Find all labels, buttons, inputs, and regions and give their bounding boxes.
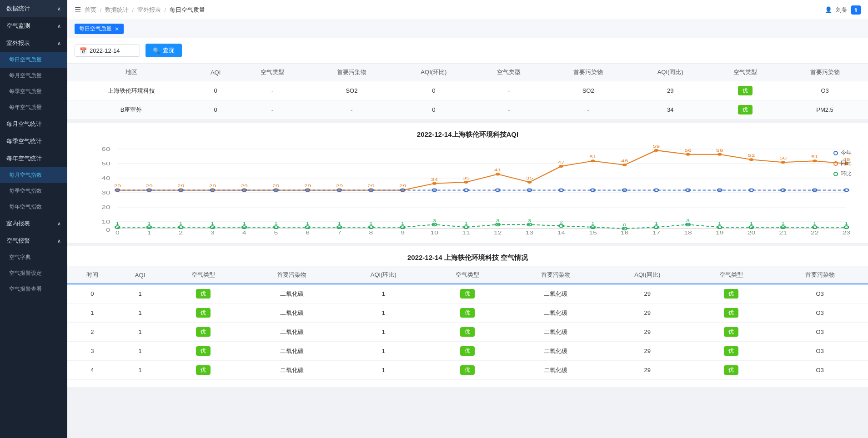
svg-text:56: 56 (684, 148, 692, 153)
sidebar-monthly-stats-label: 每月空气统计 (6, 120, 42, 128)
air-cell-aqi: 1 (117, 304, 163, 323)
sidebar-item-monthly-index[interactable]: 每月空气指数 (0, 167, 67, 183)
sidebar-section-air-alarm[interactable]: 空气报警 ∧ (0, 232, 67, 249)
air-cell-type1: 优 (163, 284, 244, 304)
sidebar-alarm-toggle: ∧ (57, 238, 61, 244)
sidebar-item-monthly-air[interactable]: 每月空气质量 (0, 68, 67, 84)
air-cell-type1: 优 (163, 323, 244, 342)
air-cell-p3: O3 (772, 323, 868, 342)
table-row: 上海轶伦环境科技 0 - SO2 0 - SO2 29 优 O3 (67, 81, 868, 100)
svg-text:29: 29 (177, 184, 185, 189)
svg-text:29: 29 (114, 184, 121, 189)
sidebar-item-seasonal-index[interactable]: 每季空气指数 (0, 183, 67, 199)
air-col-aqi: AQI (117, 266, 163, 284)
sidebar-section-yearly-stats[interactable]: 每年空气统计 (0, 150, 67, 167)
svg-point-76 (559, 189, 563, 191)
date-input[interactable] (90, 47, 135, 54)
tab-close-icon[interactable]: ✕ (115, 26, 119, 32)
sidebar-item-alarm-settings[interactable]: 空气报警设定 (0, 265, 67, 281)
air-cell-p3: O3 (772, 304, 868, 323)
tab-daily-air[interactable]: 每日空气质量 ✕ (75, 24, 124, 34)
menu-icon[interactable]: ☰ (75, 5, 81, 14)
svg-text:35: 35 (526, 176, 533, 181)
air-cell-aqi-tb: 29 (604, 284, 691, 304)
cell-aqi: 0 (195, 81, 236, 100)
sidebar-item-daily-air[interactable]: 每日空气质量 (0, 52, 67, 68)
breadcrumb-outdoor-report[interactable]: 室外报表 (137, 6, 161, 13)
topbar: ☰ 首页 / 数据统计 / 室外报表 / 每日空气质量 👤 刘备 fi (67, 0, 868, 20)
cell-pollutant2: - (545, 100, 632, 119)
cell-type1: - (236, 81, 308, 100)
sidebar-toggle-icon: ∧ (57, 6, 61, 12)
air-cell-aqi-hb: 1 (340, 323, 427, 342)
legend-huanbi-dot (833, 172, 838, 176)
air-cell-type2: 优 (427, 284, 508, 304)
svg-text:29: 29 (304, 184, 311, 189)
date-picker-wrapper[interactable]: 📅 (75, 45, 140, 57)
air-cell-type2: 优 (427, 304, 508, 323)
sidebar-item-yearly-air[interactable]: 每年空气质量 (0, 100, 67, 115)
svg-text:1: 1 (369, 221, 373, 226)
air-cell-type1: 优 (163, 361, 244, 380)
svg-point-102 (369, 226, 373, 229)
svg-text:1: 1 (718, 221, 722, 226)
sidebar-item-air-dict[interactable]: 空气字典 (0, 249, 67, 265)
svg-text:50: 50 (779, 156, 787, 161)
sidebar-item-seasonal-air[interactable]: 每季空气质量 (0, 84, 67, 100)
col-aqi-tb: AQI(同比) (632, 64, 709, 81)
svg-text:20: 20 (101, 204, 110, 210)
air-cell-aqi: 1 (117, 342, 163, 361)
svg-text:3: 3 (432, 219, 436, 224)
sidebar-section-air-monitor[interactable]: 空气监测 ∧ (0, 17, 67, 35)
svg-point-54 (749, 158, 753, 161)
cell-aqi-hb: 0 (395, 81, 472, 100)
main-content: ☰ 首页 / 数据统计 / 室外报表 / 每日空气质量 👤 刘备 fi 每日空气… (67, 0, 868, 438)
col-pollutant3: 首要污染物 (782, 64, 868, 81)
svg-text:1: 1 (401, 221, 405, 226)
air-cell-p1: 二氧化碳 (244, 323, 340, 342)
search-button[interactable]: 🔍 查拢 (146, 44, 182, 57)
svg-text:3: 3 (528, 219, 532, 224)
topbar-left: ☰ 首页 / 数据统计 / 室外报表 / 每日空气质量 (75, 5, 205, 14)
topbar-right: 👤 刘备 fi (825, 5, 861, 15)
breadcrumb-current: 每日空气质量 (170, 6, 205, 13)
svg-text:12: 12 (494, 230, 502, 235)
air-cell-type3: 优 (691, 304, 772, 323)
svg-point-79 (654, 189, 658, 191)
sidebar-item-alarm-view[interactable]: 空气报警查看 (0, 281, 67, 297)
breadcrumb-home[interactable]: 首页 (85, 6, 96, 13)
svg-text:6: 6 (306, 230, 310, 235)
sidebar-outdoor-toggle: ∧ (57, 40, 61, 46)
svg-text:1: 1 (591, 221, 595, 226)
air-cell-p1: 二氧化碳 (244, 361, 340, 380)
sidebar-item-yearly-index[interactable]: 每年空气指数 (0, 199, 67, 215)
topbar-extra-icon[interactable]: fi (851, 5, 861, 15)
col-aqi-hb: AQI(环比) (395, 64, 472, 81)
air-cell-aqi-hb: 1 (340, 304, 427, 323)
svg-text:1: 1 (813, 221, 817, 226)
sidebar-section-outdoor-report[interactable]: 室外报表 ∧ (0, 35, 67, 52)
col-aqi: AQI (195, 64, 236, 81)
sidebar-section-monthly-stats[interactable]: 每月空气统计 (0, 115, 67, 133)
air-table-row: 0 1 优 二氧化碳 1 优 二氧化碳 29 优 O3 (67, 284, 868, 304)
svg-text:17: 17 (652, 230, 660, 235)
air-col-pollutant2: 首要污染物 (508, 266, 604, 284)
air-cell-type3: 优 (691, 361, 772, 380)
svg-point-90 (179, 226, 183, 229)
air-cell-type1: 优 (163, 342, 244, 361)
sidebar-section-seasonal-stats[interactable]: 每季空气统计 (0, 133, 67, 150)
svg-text:4: 4 (242, 230, 246, 235)
chart1-title: 2022-12-14上海轶伦环境科技AQI (75, 130, 861, 139)
cell-pollutant1: - (308, 100, 395, 119)
sidebar-section-data-stats[interactable]: 数据统计 ∧ (0, 0, 67, 17)
svg-text:1: 1 (211, 221, 214, 226)
table-row: B座室外 0 - - 0 - - 34 优 PM2.5 (67, 100, 868, 119)
svg-text:51: 51 (811, 154, 818, 159)
cell-aqi: 0 (195, 100, 236, 119)
breadcrumb-data-stats[interactable]: 数据统计 (105, 6, 129, 13)
sidebar-yearly-stats-label: 每年空气统计 (6, 154, 42, 163)
sidebar-section-indoor-report[interactable]: 室内报表 ∧ (0, 215, 67, 232)
user-icon: 👤 (825, 6, 832, 13)
svg-text:29: 29 (272, 184, 280, 189)
cell-pollutant1: SO2 (308, 81, 395, 100)
